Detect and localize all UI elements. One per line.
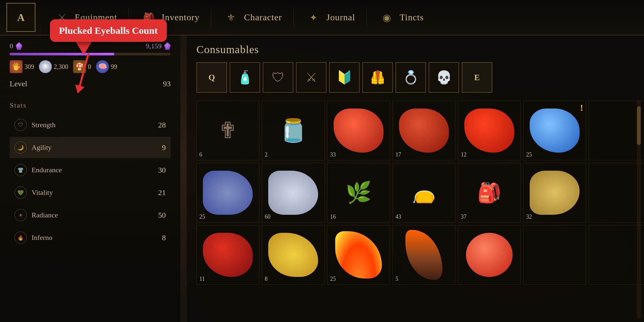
- tooltip-arrow: [76, 42, 92, 55]
- inv-count-8: 60: [265, 213, 270, 220]
- vitality-icon: 💚: [14, 186, 27, 199]
- stats-section-label: Stats: [10, 101, 171, 109]
- agility-icon: 🌙: [14, 141, 27, 154]
- inv-cell-5[interactable]: 25: [523, 101, 586, 160]
- stat-name-inferno: Inferno: [32, 233, 52, 242]
- stat-value-endurance: 30: [158, 166, 166, 175]
- journal-nav-icon: ✦: [305, 9, 323, 26]
- stat-row-inferno[interactable]: 🔥 Inferno 8: [10, 227, 171, 248]
- tooltip-bubble: Plucked Eyeballs Count: [50, 19, 167, 42]
- quick-slot-5[interactable]: 🦺: [362, 62, 393, 93]
- nav-item-tincts[interactable]: ◉ Tincts: [367, 0, 435, 35]
- inv-cell-3[interactable]: 17: [393, 101, 455, 160]
- stat-row-endurance[interactable]: 👕 Endurance 30: [10, 159, 171, 181]
- stat-value-radiance: 50: [158, 211, 166, 220]
- quick-item-armor-icon: 🔰: [336, 70, 353, 85]
- nav-item-journal[interactable]: ✦ Journal: [294, 0, 366, 35]
- quick-item-sword-icon: ⚔: [306, 70, 317, 85]
- level-label: Level: [10, 80, 27, 88]
- stat-left-inferno: 🔥 Inferno: [14, 232, 52, 244]
- inv-cell-19[interactable]: [523, 225, 586, 285]
- exp-left: 0: [10, 42, 22, 50]
- nav-label-inventory: Inventory: [162, 12, 200, 23]
- stat-row-strength[interactable]: 🛡 Strength 28: [10, 114, 171, 136]
- stat-name-vitality: Vitality: [32, 188, 53, 197]
- inv-count-0: 6: [199, 151, 202, 158]
- consumables-title: Consumables: [196, 43, 634, 56]
- inv-cell-2[interactable]: 33: [327, 101, 390, 160]
- quick-slot-q[interactable]: Q: [196, 62, 227, 93]
- inv-cell-0[interactable]: ✟ 6: [196, 101, 259, 160]
- item-orb-red-icon: [466, 233, 513, 277]
- item-cross-icon: ✟: [201, 106, 254, 156]
- stat-row-radiance[interactable]: ☀ Radiance 50: [10, 204, 171, 226]
- item-ore-dark-red-icon: [203, 233, 252, 277]
- item-pouch-icon: 👝: [397, 168, 450, 218]
- resource-value-hand: 309: [24, 63, 34, 71]
- stat-name-endurance: Endurance: [32, 166, 62, 174]
- inv-count-2: 33: [330, 151, 336, 158]
- item-ore-red-icon: [334, 109, 383, 153]
- inv-cell-14[interactable]: 11: [196, 225, 259, 285]
- inv-count-16: 25: [330, 276, 336, 282]
- stat-value-agility: 9: [162, 143, 166, 152]
- item-flask-icon: 🫙: [267, 106, 319, 156]
- stat-value-inferno: 8: [162, 233, 166, 242]
- quick-item-ring-icon: 💍: [403, 70, 419, 85]
- stat-row-vitality[interactable]: 💚 Vitality 21: [10, 182, 171, 203]
- quick-slot-e[interactable]: E: [462, 62, 492, 93]
- quick-slot-2[interactable]: 🛡: [263, 62, 293, 93]
- tooltip-callout: Plucked Eyeballs Count: [50, 19, 167, 89]
- nav-label-journal: Journal: [327, 12, 355, 23]
- inv-cell-10[interactable]: 👝 43: [393, 163, 455, 223]
- inv-count-12: 32: [526, 213, 532, 220]
- item-powder-yellow-icon: [268, 233, 318, 277]
- inv-cell-20[interactable]: [589, 225, 644, 285]
- quick-item-shield-icon: 🛡: [272, 70, 285, 85]
- inv-count-15: 8: [265, 276, 268, 282]
- scroll-bar[interactable]: [637, 100, 641, 319]
- inv-cell-15[interactable]: 8: [262, 225, 325, 285]
- inv-cell-13[interactable]: [589, 163, 644, 223]
- resource-item-hand: 🖐 309: [10, 60, 34, 73]
- inv-cell-17[interactable]: 5: [393, 225, 455, 285]
- inv-count-7: 25: [199, 213, 205, 220]
- nav-label-tincts: Tincts: [400, 12, 424, 23]
- inv-cell-6[interactable]: [589, 101, 644, 160]
- quick-item-flask-icon: 🧴: [237, 70, 253, 85]
- endurance-icon: 👕: [14, 164, 27, 176]
- item-fire-icon: [335, 231, 382, 278]
- nav-item-character[interactable]: ⚜ Character: [211, 0, 293, 35]
- item-bag-icon: 🎒: [463, 168, 516, 218]
- inv-cell-7[interactable]: 25: [196, 163, 259, 223]
- stat-value-vitality: 21: [158, 188, 166, 197]
- inv-count-4: 12: [461, 151, 467, 158]
- scroll-thumb: [637, 106, 641, 145]
- quick-slot-1[interactable]: 🧴: [230, 62, 260, 93]
- item-stones-white-icon: [268, 171, 318, 215]
- inv-cell-8[interactable]: 60: [262, 163, 325, 223]
- inv-cell-18[interactable]: [458, 225, 521, 285]
- inv-cell-11[interactable]: 🎒 37: [458, 163, 521, 223]
- nav-logo[interactable]: A: [6, 3, 35, 32]
- inv-cell-12[interactable]: 32: [523, 163, 586, 223]
- stat-left-endurance: 👕 Endurance: [14, 164, 62, 176]
- stat-left-radiance: ☀ Radiance: [14, 209, 58, 221]
- inv-cell-4[interactable]: 12: [458, 101, 521, 160]
- item-ore-blue-icon: [530, 109, 579, 153]
- item-powder-icon: [530, 171, 579, 215]
- stat-name-strength: Strength: [32, 121, 56, 129]
- inv-count-11: 37: [461, 213, 467, 220]
- stat-left-vitality: 💚 Vitality: [14, 186, 53, 199]
- quick-slot-7[interactable]: 💀: [429, 62, 459, 93]
- quick-slot-bar: Q 🧴 🛡 ⚔ 🔰 🦺 💍 💀 E: [196, 62, 634, 93]
- quick-slot-6[interactable]: 💍: [395, 62, 426, 93]
- inv-cell-16[interactable]: 25: [327, 225, 390, 285]
- stat-row-agility[interactable]: 🌙 Agility 9: [10, 137, 171, 158]
- item-ore-red3-icon: [464, 109, 514, 153]
- quick-slot-3[interactable]: ⚔: [296, 62, 327, 93]
- quick-slot-4[interactable]: 🔰: [329, 62, 360, 93]
- inv-cell-1[interactable]: 🫙 2: [262, 101, 325, 160]
- stat-value-strength: 28: [158, 121, 166, 129]
- inv-cell-9[interactable]: 🌿 16: [327, 163, 390, 223]
